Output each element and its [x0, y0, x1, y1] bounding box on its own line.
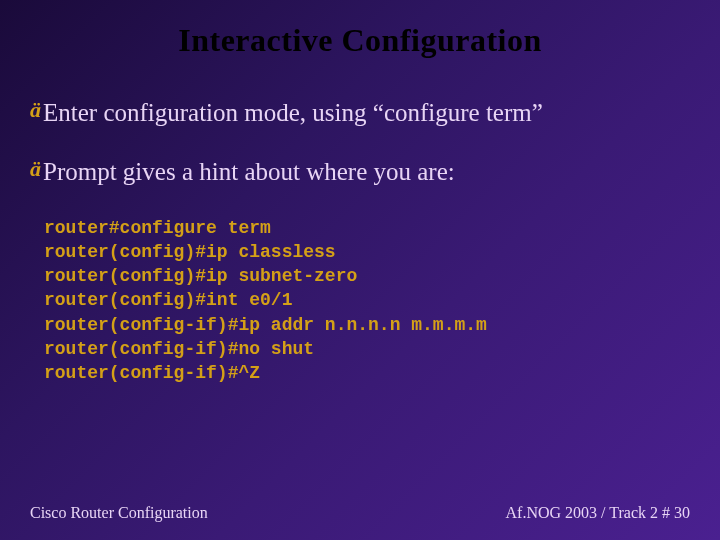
bullet-item: ä Prompt gives a hint about where you ar… — [30, 156, 690, 187]
bullet-text: Enter configuration mode, using “configu… — [43, 97, 543, 128]
bullet-item: ä Enter configuration mode, using “confi… — [30, 97, 690, 128]
slide-content: ä Enter configuration mode, using “confi… — [0, 59, 720, 386]
arrow-icon: ä — [30, 156, 41, 182]
slide-title: Interactive Configuration — [0, 0, 720, 59]
footer-right: Af.NOG 2003 / Track 2 # 30 — [506, 504, 690, 522]
footer-left: Cisco Router Configuration — [30, 504, 208, 522]
slide-footer: Cisco Router Configuration Af.NOG 2003 /… — [0, 504, 720, 522]
bullet-text: Prompt gives a hint about where you are: — [43, 156, 455, 187]
arrow-icon: ä — [30, 97, 41, 123]
code-block: router#configure term router(config)#ip … — [44, 216, 690, 386]
